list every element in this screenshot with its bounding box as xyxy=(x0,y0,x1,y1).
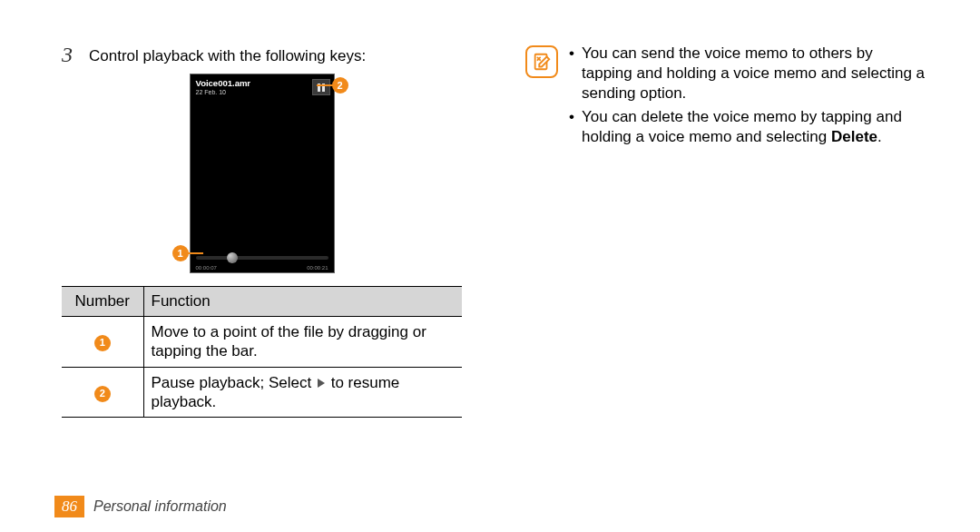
step-number: 3 xyxy=(62,44,78,65)
step-text: Control playback with the following keys… xyxy=(89,44,366,66)
note-icon xyxy=(525,45,558,78)
table-row: 2 Pause playback; Select to resume playb… xyxy=(62,367,462,418)
row-badge-2: 2 xyxy=(94,386,111,402)
scrub-knob[interactable] xyxy=(227,252,238,263)
scrub-track[interactable] xyxy=(196,256,328,260)
th-function: Function xyxy=(143,287,462,317)
time-current: 00:00:07 xyxy=(196,265,217,271)
function-table: Number Function 1 Move to a point of the… xyxy=(62,286,462,418)
row-2-function: Pause playback; Select to resume playbac… xyxy=(143,367,462,418)
scrub-area xyxy=(191,256,334,260)
row-1-function: Move to a point of the file by dragging … xyxy=(143,317,462,368)
phone-header: Voice001.amr 22 Feb. 10 xyxy=(191,74,334,95)
play-icon xyxy=(318,379,325,388)
page-number: 86 xyxy=(54,496,84,517)
left-column: 3 Control playback with the following ke… xyxy=(62,44,462,418)
phone-times: 00:00:07 00:00:21 xyxy=(196,265,328,271)
footer-section: Personal information xyxy=(93,498,227,515)
phone-filename: Voice001.amr xyxy=(196,78,251,88)
note-block: You can send the voice memo to others by… xyxy=(525,44,926,151)
note-item-1: You can send the voice memo to others by… xyxy=(569,44,926,103)
phone-screen: Voice001.amr 22 Feb. 10 00:00:07 00:00:2… xyxy=(190,74,335,273)
page-footer: 86 Personal information xyxy=(54,496,227,517)
th-number: Number xyxy=(62,287,143,317)
note-item-2: You can delete the voice memo by tapping… xyxy=(569,107,926,147)
callout-2-line xyxy=(317,84,333,86)
time-total: 00:00:21 xyxy=(307,265,328,271)
pause-button[interactable] xyxy=(312,79,330,95)
phone-date: 22 Feb. 10 xyxy=(196,89,251,95)
table-row: 1 Move to a point of the file by draggin… xyxy=(62,317,462,368)
note-list: You can send the voice memo to others by… xyxy=(569,44,926,151)
callout-1-line xyxy=(187,252,203,254)
right-column: You can send the voice memo to others by… xyxy=(525,44,926,418)
callout-2: 2 xyxy=(332,77,348,94)
row-badge-1: 1 xyxy=(94,335,111,351)
phone-body xyxy=(191,95,334,232)
step-3: 3 Control playback with the following ke… xyxy=(62,44,462,66)
phone-screenshot: Voice001.amr 22 Feb. 10 00:00:07 00:00:2… xyxy=(176,74,348,273)
